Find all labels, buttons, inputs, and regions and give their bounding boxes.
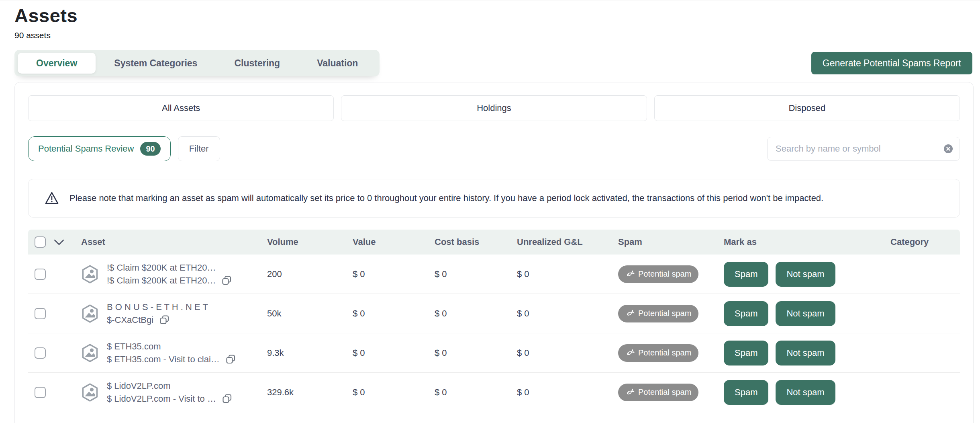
row-checkbox[interactable] bbox=[35, 269, 46, 280]
cost-basis-cell: $ 0 bbox=[435, 387, 517, 398]
spam-notice: Please note that marking an asset as spa… bbox=[28, 179, 960, 218]
spam-status-label: Potential spam bbox=[638, 348, 691, 357]
mark-as-cell: Spam Not spam bbox=[724, 380, 890, 405]
asset-cell: B O N U S - E T H . N E T $-CXaCtBgi bbox=[81, 302, 267, 325]
mark-as-cell: Spam Not spam bbox=[724, 262, 890, 287]
mark-not-spam-button[interactable]: Not spam bbox=[776, 262, 835, 287]
asset-placeholder-icon bbox=[81, 343, 99, 363]
mark-spam-button[interactable]: Spam bbox=[724, 301, 768, 326]
value-cell: $ 0 bbox=[353, 387, 435, 398]
header-mark-as: Mark as bbox=[724, 237, 890, 247]
chevron-down-icon[interactable] bbox=[54, 239, 64, 245]
asset-placeholder-icon bbox=[81, 383, 99, 402]
spam-cell: Potential spam bbox=[618, 265, 724, 283]
spam-cell: Potential spam bbox=[618, 305, 724, 322]
mark-not-spam-button[interactable]: Not spam bbox=[776, 341, 835, 366]
asset-name: $ ETH35.com bbox=[107, 341, 236, 352]
asset-count: 90 assets bbox=[14, 31, 980, 40]
asset-name-block: $ LidoV2LP.com $ LidoV2LP.com - Visit to… bbox=[107, 380, 233, 404]
tabs-row: Overview System Categories Clustering Va… bbox=[0, 50, 980, 76]
view-tab-holdings[interactable]: Holdings bbox=[341, 95, 647, 121]
copy-icon[interactable] bbox=[221, 275, 232, 286]
potential-spams-review-label: Potential Spams Review bbox=[38, 144, 134, 154]
filter-row: Potential Spams Review 90 Filter bbox=[28, 136, 960, 161]
content-card: All Assets Holdings Disposed Potential S… bbox=[14, 82, 974, 423]
view-tab-all-assets[interactable]: All Assets bbox=[28, 95, 334, 121]
asset-name-block: !$ Claim $200K at ETH20… !$ Claim $200K … bbox=[107, 262, 232, 286]
warning-icon bbox=[45, 191, 59, 205]
asset-placeholder-icon bbox=[81, 265, 99, 284]
table-row: $ ETH35.com $ ETH35.com - Visit to clai…… bbox=[28, 333, 960, 373]
search-input[interactable] bbox=[767, 137, 960, 161]
search-box bbox=[767, 137, 960, 161]
asset-cell: $ ETH35.com $ ETH35.com - Visit to clai… bbox=[81, 341, 267, 365]
select-all-checkbox[interactable] bbox=[35, 236, 46, 248]
tab-clustering[interactable]: Clustering bbox=[216, 53, 298, 74]
mark-spam-button[interactable]: Spam bbox=[724, 341, 768, 366]
row-checkbox[interactable] bbox=[35, 347, 46, 359]
spam-fish-icon bbox=[624, 387, 635, 398]
filter-button[interactable]: Filter bbox=[178, 136, 220, 161]
cost-basis-cell: $ 0 bbox=[435, 308, 517, 319]
unrealized-gl-cell: $ 0 bbox=[517, 308, 618, 319]
unrealized-gl-cell: $ 0 bbox=[517, 348, 618, 358]
copy-icon[interactable] bbox=[159, 314, 170, 325]
search-clear-icon[interactable] bbox=[943, 144, 953, 154]
header-select-cell bbox=[28, 236, 81, 248]
assets-page: Assets 90 assets Overview System Categor… bbox=[0, 0, 980, 423]
asset-symbol: $-CXaCtBgi bbox=[107, 314, 153, 326]
asset-placeholder-icon bbox=[81, 304, 99, 323]
row-select-cell bbox=[28, 308, 81, 319]
header-category: Category bbox=[890, 237, 960, 247]
tab-overview[interactable]: Overview bbox=[18, 53, 96, 74]
spam-status-label: Potential spam bbox=[638, 309, 691, 318]
table-body: !$ Claim $200K at ETH20… !$ Claim $200K … bbox=[28, 255, 960, 412]
table-header: Asset Volume Value Cost basis Unrealized… bbox=[28, 230, 960, 255]
copy-icon[interactable] bbox=[225, 354, 236, 365]
copy-icon[interactable] bbox=[222, 393, 233, 404]
page-header: Assets 90 assets bbox=[0, 0, 980, 40]
row-select-cell bbox=[28, 269, 81, 280]
view-tab-disposed[interactable]: Disposed bbox=[654, 95, 960, 121]
page-title: Assets bbox=[14, 4, 980, 27]
mark-not-spam-button[interactable]: Not spam bbox=[776, 380, 835, 405]
volume-cell: 200 bbox=[267, 269, 353, 279]
tab-valuation[interactable]: Valuation bbox=[298, 53, 376, 74]
asset-symbol: !$ Claim $200K at ETH20… bbox=[107, 275, 216, 286]
asset-name: $ LidoV2LP.com bbox=[107, 380, 233, 392]
main-tabs: Overview System Categories Clustering Va… bbox=[14, 50, 380, 76]
spam-fish-icon bbox=[624, 269, 635, 279]
potential-spams-review-button[interactable]: Potential Spams Review 90 bbox=[28, 136, 171, 161]
spams-count-badge: 90 bbox=[140, 142, 160, 156]
tab-system-categories[interactable]: System Categories bbox=[96, 53, 216, 74]
table-row: $ LidoV2LP.com $ LidoV2LP.com - Visit to… bbox=[28, 373, 960, 412]
spam-status-badge: Potential spam bbox=[618, 305, 698, 322]
spam-cell: Potential spam bbox=[618, 384, 724, 401]
filter-left-group: Potential Spams Review 90 Filter bbox=[28, 136, 220, 161]
row-checkbox[interactable] bbox=[35, 308, 46, 319]
table-row: B O N U S - E T H . N E T $-CXaCtBgi 50k… bbox=[28, 294, 960, 333]
mark-spam-button[interactable]: Spam bbox=[724, 380, 768, 405]
unrealized-gl-cell: $ 0 bbox=[517, 269, 618, 279]
row-checkbox[interactable] bbox=[35, 387, 46, 398]
mark-not-spam-button[interactable]: Not spam bbox=[776, 301, 835, 326]
asset-symbol: $ LidoV2LP.com - Visit to … bbox=[107, 393, 216, 405]
asset-name-block: B O N U S - E T H . N E T $-CXaCtBgi bbox=[107, 302, 208, 325]
cost-basis-cell: $ 0 bbox=[435, 348, 517, 358]
spam-cell: Potential spam bbox=[618, 344, 724, 362]
generate-spams-report-button[interactable]: Generate Potential Spams Report bbox=[811, 52, 972, 74]
notice-text: Please note that marking an asset as spa… bbox=[69, 193, 823, 203]
cost-basis-cell: $ 0 bbox=[435, 269, 517, 279]
unrealized-gl-cell: $ 0 bbox=[517, 387, 618, 398]
row-select-cell bbox=[28, 387, 81, 398]
asset-name: B O N U S - E T H . N E T bbox=[107, 302, 208, 313]
volume-cell: 50k bbox=[267, 308, 353, 319]
value-cell: $ 0 bbox=[353, 308, 435, 319]
header-cost-basis: Cost basis bbox=[435, 237, 517, 247]
spam-status-badge: Potential spam bbox=[618, 265, 698, 283]
assets-table: Asset Volume Value Cost basis Unrealized… bbox=[28, 230, 960, 412]
asset-symbol: $ ETH35.com - Visit to clai… bbox=[107, 354, 220, 365]
mark-spam-button[interactable]: Spam bbox=[724, 262, 768, 287]
header-unrealized-gl: Unrealized G&L bbox=[517, 237, 618, 247]
value-cell: $ 0 bbox=[353, 348, 435, 358]
